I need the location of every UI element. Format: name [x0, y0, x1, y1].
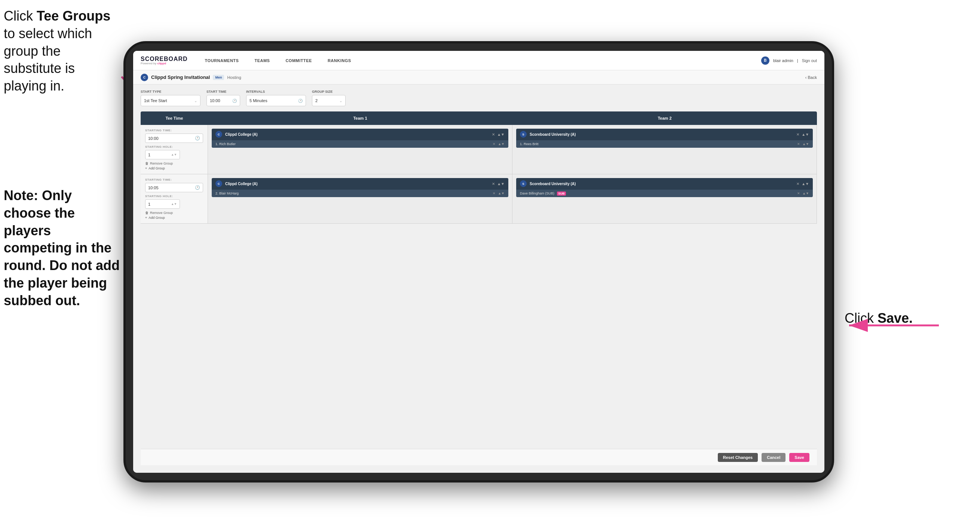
save-button[interactable]: Save: [789, 453, 810, 462]
group1-team1-header: C Clippd College (A) ✕ ▲▼: [212, 129, 508, 140]
group2-time-value: 10:05: [148, 186, 159, 190]
nav-committee[interactable]: COMMITTEE: [283, 57, 314, 64]
logo-clippd: clippd: [157, 62, 166, 65]
group1-team1-player: 1. Rich Butler: [215, 142, 490, 146]
group2-team2-x[interactable]: ✕: [796, 182, 799, 186]
cancel-button[interactable]: Cancel: [762, 453, 786, 462]
group1-team2-player: 1. Rees Britt: [520, 142, 794, 146]
add-group-1-button[interactable]: + Add Group: [145, 166, 203, 170]
group1-team2-player-arrows[interactable]: ▲▼: [802, 142, 809, 146]
group1-time-input[interactable]: 10:00 🕐: [145, 134, 203, 143]
group1-team2-card[interactable]: S Scoreboard University (A) ✕ ▲▼ 1. Rees…: [516, 129, 813, 148]
start-time-group: Start Time 10:00 🕐: [207, 90, 240, 106]
group2-team1-card[interactable]: C Clippd College (A) ✕ ▲▼ 2. Blair McHar…: [212, 178, 508, 197]
group1-hole-arrows: ▲▼: [171, 153, 177, 156]
intervals-value: 5 Minutes: [250, 99, 267, 103]
start-type-label: Start Type: [141, 90, 200, 94]
group1-team2-avatar: S: [520, 131, 527, 138]
reset-changes-button[interactable]: Reset Changes: [718, 453, 758, 462]
click-save-label: Click Save.: [845, 310, 913, 326]
group2-team2-card[interactable]: S Scoreboard University (A) ✕ ▲▼ Dave Bi…: [516, 178, 813, 197]
group2-team2: S Scoreboard University (A) ✕ ▲▼ Dave Bi…: [512, 174, 817, 223]
group2-team2-player-controls[interactable]: ✕ ▲▼: [797, 191, 809, 195]
remove-group-1-button[interactable]: 🗑 Remove Group: [145, 162, 203, 165]
remove-group-2-icon: 🗑: [145, 211, 148, 215]
group1-team1-card[interactable]: C Clippd College (A) ✕ ▲▼ 1. Rich Butler…: [212, 129, 508, 148]
click-save-bold: Save.: [878, 310, 913, 326]
intervals-arrow: 🕐: [298, 99, 302, 103]
add-group-1-label: Add Group: [148, 166, 165, 170]
group2-team2-name: Scoreboard University (A): [530, 182, 793, 186]
player-x-icon[interactable]: ✕: [493, 142, 496, 146]
group2-hole-input[interactable]: 1 ▲▼: [145, 199, 180, 209]
group2-hole-arrows: ▲▼: [171, 202, 177, 206]
group1-team1-x[interactable]: ✕: [492, 132, 495, 137]
nav-tournaments[interactable]: TOURNAMENTS: [203, 57, 241, 64]
click-save-prefix: Click: [845, 310, 878, 326]
group2-left: STARTING TIME: 10:05 🕐 STARTING HOLE: 1 …: [141, 174, 208, 223]
group2-team1-header: C Clippd College (A) ✕ ▲▼: [212, 178, 508, 189]
group1-team2-player-controls[interactable]: ✕ ▲▼: [797, 142, 809, 146]
back-button[interactable]: ‹ Back: [805, 75, 817, 80]
nav-teams[interactable]: TEAMS: [252, 57, 272, 64]
group1-team1-name: Clippd College (A): [225, 132, 489, 137]
group2-team1-expand[interactable]: ▲▼: [497, 182, 504, 186]
group2-time-input[interactable]: 10:05 🕐: [145, 183, 203, 192]
group2-time-label: STARTING TIME:: [145, 178, 203, 182]
group2-team2-header: S Scoreboard University (A) ✕ ▲▼: [516, 178, 813, 189]
group2-team1-player-controls[interactable]: ✕ ▲▼: [493, 191, 504, 195]
tablet-shell: SCOREBOARD Powered by clippd TOURNAMENTS…: [123, 41, 834, 482]
group2-team1-player-arrows[interactable]: ▲▼: [498, 191, 504, 195]
remove-group-1-label: Remove Group: [150, 162, 173, 165]
gender-badge: Men: [213, 75, 224, 80]
logo-area: SCOREBOARD Powered by clippd: [141, 56, 188, 65]
sign-out-link[interactable]: Sign out: [802, 58, 817, 63]
group1-time-value: 10:00: [148, 136, 159, 141]
add-group-1-icon: +: [145, 166, 147, 170]
group1-team2-x[interactable]: ✕: [796, 132, 799, 137]
group2-team1-x[interactable]: ✕: [492, 182, 495, 186]
nav-separator: |: [797, 58, 798, 63]
remove-group-2-button[interactable]: 🗑 Remove Group: [145, 211, 203, 215]
group1-hole-label: STARTING HOLE:: [145, 145, 203, 148]
add-group-2-icon: +: [145, 216, 147, 220]
group1-team2-controls[interactable]: ✕ ▲▼: [796, 132, 809, 137]
group2-team1-player-x[interactable]: ✕: [493, 191, 496, 195]
start-type-input[interactable]: 1st Tee Start ⌄: [141, 95, 200, 106]
group-size-value: 2: [315, 99, 318, 103]
hosting-label: Hosting: [227, 75, 241, 80]
group2-team2-player-x[interactable]: ✕: [797, 191, 800, 195]
group2-team2-controls[interactable]: ✕ ▲▼: [796, 182, 809, 186]
player-arrows-icon[interactable]: ▲▼: [498, 142, 504, 146]
start-time-input[interactable]: 10:00 🕐: [207, 95, 240, 106]
nav-rankings[interactable]: RANKINGS: [325, 57, 353, 64]
group2-team2-player-arrows[interactable]: ▲▼: [802, 191, 809, 195]
group1-hole-input[interactable]: 1 ▲▼: [145, 150, 180, 159]
group-size-input[interactable]: 2 ⌄: [312, 95, 345, 106]
group1-team1-expand[interactable]: ▲▼: [497, 132, 504, 137]
start-type-value: 1st Tee Start: [144, 99, 167, 103]
group1-team2-expand[interactable]: ▲▼: [802, 132, 809, 137]
group2-team1-controls[interactable]: ✕ ▲▼: [492, 182, 504, 186]
group1-team2: S Scoreboard University (A) ✕ ▲▼ 1. Rees…: [512, 125, 817, 174]
footer-bar: Reset Changes Cancel Save: [141, 449, 817, 465]
group1-team1-controls[interactable]: ✕ ▲▼: [492, 132, 504, 137]
group2-team2-expand[interactable]: ▲▼: [802, 182, 809, 186]
tablet-screen: SCOREBOARD Powered by clippd TOURNAMENTS…: [133, 51, 824, 473]
note-text: Note: Only choose the players competing …: [4, 187, 120, 310]
nav-avatar: B: [761, 56, 769, 65]
group1-left: STARTING TIME: 10:00 🕐 STARTING HOLE: 1 …: [141, 125, 208, 174]
logo-scoreboard: SCOREBOARD: [141, 56, 188, 62]
tournament-title: Clippd Spring Invitational: [151, 75, 210, 80]
th-tee-time: Tee Time: [141, 115, 208, 122]
note-bold: Only choose the players competing in the…: [4, 188, 120, 308]
group1-team2-header: S Scoreboard University (A) ✕ ▲▼: [516, 129, 813, 140]
group-size-label: Group Size: [312, 90, 345, 94]
instruction-bold1: Tee Groups: [37, 8, 110, 24]
group1-team2-player-x[interactable]: ✕: [797, 142, 800, 146]
group1-team1-avatar: C: [215, 131, 222, 138]
intervals-input[interactable]: 5 Minutes 🕐: [246, 95, 306, 106]
group1-team1-player-controls[interactable]: ✕ ▲▼: [493, 142, 504, 146]
add-group-2-button[interactable]: + Add Group: [145, 216, 203, 220]
group2-team1-name: Clippd College (A): [225, 182, 489, 186]
